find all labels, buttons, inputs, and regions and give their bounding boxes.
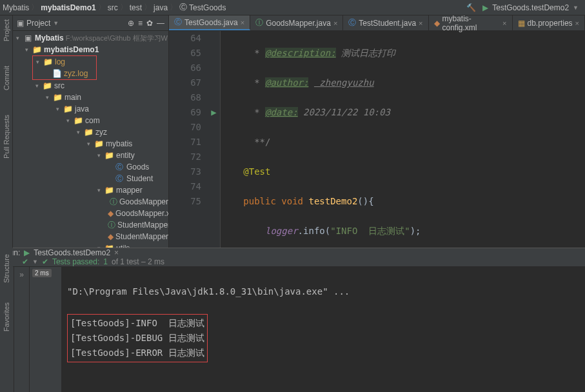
crumb[interactable]: test (130, 3, 142, 12)
tests-passed-label: Tests passed: (52, 257, 99, 266)
console-line: "D:\Program Files\Java\jdk1.8.0_31\bin\j… (67, 284, 580, 299)
tree-root[interactable]: ▾▣Mybatis F:\workspace\Github 框架学习W (13, 32, 168, 44)
dropdown-icon[interactable]: ▼ (53, 20, 59, 26)
tree-goods[interactable]: ⒸGoods (13, 161, 168, 173)
tree-entity[interactable]: ▾📁entity (13, 150, 168, 161)
tree-smx[interactable]: ◆StudentMapper (13, 231, 168, 242)
tree-main[interactable]: ▾📁main (13, 92, 168, 103)
tab-goodsmapper[interactable]: ⒾGoodsMapper.java× (250, 15, 343, 30)
run-panel: Run: ▶ TestGoods.testDemo2 × ✔ ▼ ✔ Tests… (0, 248, 585, 392)
tool-pull-requests[interactable]: Pull Requests (3, 112, 10, 161)
xml-icon: ◆ (434, 19, 440, 28)
tests-passed-count: 1 (103, 257, 108, 266)
tree-log[interactable]: ▾📁log (33, 56, 96, 68)
tab-dbprops[interactable]: ▦db.properties× (513, 15, 585, 30)
check-icon[interactable]: ✔ (22, 257, 28, 266)
editor-tabs: ⒸTestGoods.java× ⒾGoodsMapper.java× ⒸTes… (169, 15, 585, 31)
close-icon[interactable]: × (419, 19, 422, 27)
tree-mybatis[interactable]: ▾📁mybatis (13, 138, 168, 150)
editor-area: ⒸTestGoods.java× ⒾGoodsMapper.java× ⒸTes… (169, 15, 585, 248)
tree-logfile[interactable]: 📄zyz.log (33, 68, 96, 79)
chevron-down-icon[interactable]: ▼ (32, 259, 38, 265)
left-tool-strip: Project Commit Pull Requests (0, 15, 13, 248)
tool-favorites[interactable]: Favorites (3, 302, 10, 331)
close-icon[interactable]: × (241, 19, 244, 26)
tree-utils[interactable]: ▾📁utils (13, 242, 168, 248)
expand-icon[interactable]: ≡ (138, 19, 143, 28)
close-icon[interactable]: × (333, 19, 337, 27)
hide-icon[interactable]: — (157, 19, 164, 28)
project-icon: ▣ (17, 19, 24, 28)
close-icon[interactable]: × (575, 19, 579, 27)
class-icon: Ⓒ (174, 17, 182, 28)
tree-com[interactable]: ▾📁com (13, 115, 168, 126)
run-config-name[interactable]: TestGoods.testDemo2 (34, 248, 110, 257)
test-duration-badge: 2 ms (32, 269, 52, 277)
build-icon[interactable]: 🔨 (466, 3, 476, 12)
crumb[interactable]: Mybatis (3, 3, 29, 12)
check-icon: ✔ (42, 257, 48, 266)
locate-icon[interactable]: ⊕ (128, 19, 134, 28)
crumb[interactable]: TestGoods (189, 3, 226, 12)
top-bar: Mybatis〉 mybatisDemo1〉 src〉 test〉 java〉 … (0, 0, 585, 15)
project-panel: ▣ Project ▼ ⊕ ≡ ✿ — ▾▣Mybatis F:\workspa… (13, 15, 169, 248)
tool-project[interactable]: Project (3, 17, 10, 44)
run-gutter-icon[interactable]: ▶ (211, 105, 216, 120)
crumb[interactable]: mybatisDemo1 (41, 3, 95, 12)
line-gutter: 646566676869707172737475 (169, 31, 208, 248)
tree-gmx[interactable]: ◆GoodsMapper.x (13, 208, 168, 219)
tree-mapper[interactable]: ▾📁mapper (13, 184, 168, 196)
run-panel-header: Run: ▶ TestGoods.testDemo2 × (0, 248, 585, 257)
tab-teststudent[interactable]: ⒸTestStudent.java× (343, 15, 428, 30)
tree-java[interactable]: ▾📁java (13, 103, 168, 115)
log-highlight: ▾📁log 📄zyz.log (32, 55, 97, 80)
run-body: ▶ ⟳ ■ ≡ ☰ » 2 ms "D:\Program Files\Java\… (0, 267, 585, 392)
crumb[interactable]: src (108, 3, 118, 12)
tree-src[interactable]: ▾📁src (13, 80, 168, 92)
test-tree[interactable]: 2 ms (30, 267, 62, 392)
tree-gm[interactable]: ⒾGoodsMapper (13, 196, 168, 208)
tab-testgoods[interactable]: ⒸTestGoods.java× (169, 15, 250, 30)
run-icon: ▶ (24, 248, 30, 257)
project-tree[interactable]: ▾▣Mybatis F:\workspace\Github 框架学习W ▾📁my… (13, 31, 168, 248)
breadcrumb[interactable]: Mybatis〉 mybatisDemo1〉 src〉 test〉 java〉 … (3, 2, 464, 13)
left-tool-strip-bottom: Structure Favorites (0, 248, 13, 392)
code-area[interactable]: 646566676869707172737475 ▶ * @descriptio… (169, 31, 585, 248)
settings-icon[interactable]: ✿ (146, 19, 153, 28)
tool-structure[interactable]: Structure (3, 254, 10, 283)
tool-commit[interactable]: Commit (3, 63, 10, 93)
crumb[interactable]: java (154, 3, 168, 12)
close-icon[interactable]: × (114, 248, 119, 257)
close-icon[interactable]: × (502, 19, 506, 27)
tab-mybatis-config[interactable]: ◆mybatis-config.xml× (429, 15, 513, 30)
test-status-bar: ✔ ▼ ✔ Tests passed: 1 of 1 test – 2 ms (0, 257, 585, 267)
tree-student[interactable]: ⒸStudent (13, 173, 168, 184)
run-tool-column-2: » (14, 267, 30, 392)
dropdown-icon: ▼ (573, 5, 579, 11)
gutter-marks[interactable]: ▶ (208, 31, 221, 248)
tree-zyz[interactable]: ▾📁zyz (13, 126, 168, 138)
console-output[interactable]: "D:\Program Files\Java\jdk1.8.0_31\bin\j… (62, 267, 585, 392)
code-content[interactable]: * @description: 测试日志打印 * @author: zhengy… (221, 31, 585, 248)
expand-icon[interactable]: » (17, 270, 27, 280)
console-highlight: [TestGoods]-INFO 日志测试[TestGoods]-DEBUG 日… (67, 314, 208, 362)
run-config-label: TestGoods.testDemo2 (492, 3, 569, 12)
tests-total: of 1 test – 2 ms (112, 257, 164, 266)
tree-sm[interactable]: ⒾStudentMapper (13, 219, 168, 231)
run-icon: ▶ (482, 3, 488, 12)
tree-demo[interactable]: ▾📁mybatisDemo1 (13, 44, 168, 55)
main-area: Project Commit Pull Requests ▣ Project ▼… (0, 15, 585, 248)
project-title: Project (26, 19, 50, 28)
interface-icon: Ⓘ (255, 17, 263, 28)
class-icon: Ⓒ (348, 17, 356, 28)
class-icon: Ⓒ (179, 2, 187, 13)
breadcrumb-sep: 〉 (31, 2, 39, 13)
properties-icon: ▦ (518, 19, 525, 28)
run-config-selector[interactable]: ▶ TestGoods.testDemo2 ▼ (479, 2, 582, 14)
project-panel-header: ▣ Project ▼ ⊕ ≡ ✿ — (13, 15, 168, 31)
